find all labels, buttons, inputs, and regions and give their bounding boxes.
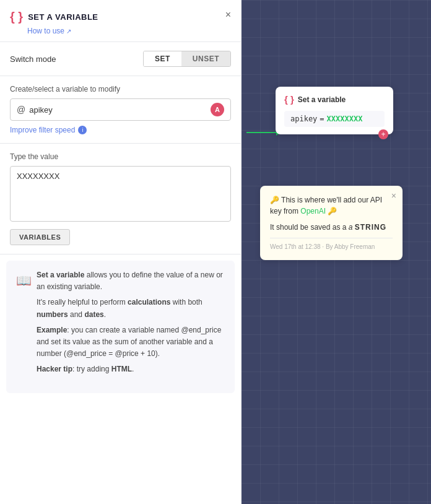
book-icon: 📖 xyxy=(16,271,32,290)
right-panel: { } Set a variable apikey = XXXXXXXX + +… xyxy=(242,0,431,504)
flow-card: { } Set a variable apikey = XXXXXXXX + + xyxy=(276,87,393,134)
unset-mode-button[interactable]: UNSET xyxy=(181,51,230,66)
tooltip-meta: Wed 17th at 12:38 · By Abby Freeman xyxy=(270,242,393,251)
create-label: Create/select a variable to modify xyxy=(10,85,231,93)
external-link-icon: ↗ xyxy=(66,28,71,35)
switch-mode-label: Switch mode xyxy=(10,54,56,64)
variable-name-input[interactable] xyxy=(29,105,211,115)
flow-card-content: apikey = XXXXXXXX xyxy=(284,111,385,127)
help-para-4: Hacker tip: try adding HTML. xyxy=(37,363,225,375)
tooltip-card: × 🔑 This is where we'll add our API key … xyxy=(260,186,403,260)
flow-equals: = xyxy=(320,115,324,123)
variable-input-row: @ A xyxy=(10,98,231,121)
panel-header: { } SET A VARIABLE How to use ↗ × xyxy=(0,0,241,42)
at-symbol: @ xyxy=(17,105,25,115)
title-row: { } SET A VARIABLE xyxy=(10,10,231,24)
improve-filter-link[interactable]: Improve filter speed i xyxy=(10,126,231,134)
openai-link[interactable]: OpenAI xyxy=(300,207,326,215)
flow-var-value: XXXXXXXX xyxy=(327,115,363,123)
set-mode-button[interactable]: SET xyxy=(144,51,181,66)
tooltip-close-button[interactable]: × xyxy=(391,191,396,201)
flow-card-icon: { } xyxy=(284,94,294,105)
tooltip-body: 🔑 This is where we'll add our API key fr… xyxy=(270,194,393,233)
help-para-2: It's really helpful to perform calculati… xyxy=(37,297,225,320)
variable-section: Create/select a variable to modify @ A I… xyxy=(0,76,241,144)
mode-toggle: SET UNSET xyxy=(143,51,231,67)
switch-mode-section: Switch mode SET UNSET xyxy=(0,42,241,76)
flow-card-title: Set a variable xyxy=(298,95,346,104)
tooltip-line1: 🔑 This is where we'll add our API key fr… xyxy=(270,194,393,217)
add-connection-bottom-button[interactable]: + xyxy=(378,129,388,139)
info-icon: i xyxy=(78,126,87,134)
set-variable-icon: { } xyxy=(10,10,23,24)
flow-var-name: apikey xyxy=(290,115,317,123)
how-to-use-link[interactable]: How to use ↗ xyxy=(27,27,231,35)
flow-card-header: { } Set a variable xyxy=(284,94,385,105)
panel-title: SET A VARIABLE xyxy=(28,12,98,22)
tooltip-line2: It should be saved as a a STRING xyxy=(270,222,393,233)
switch-mode-row: Switch mode SET UNSET xyxy=(10,51,231,67)
value-label: Type the value xyxy=(10,152,231,161)
tooltip-divider xyxy=(270,238,393,238)
arrow-connector xyxy=(246,132,277,133)
help-icon-row: 📖 Set a variable allows you to define th… xyxy=(16,269,225,380)
close-button[interactable]: × xyxy=(223,9,233,21)
value-section: Type the value XXXXXXXX VARIABLES xyxy=(0,144,241,254)
variables-button[interactable]: VARIABLES xyxy=(10,229,70,245)
help-para-3: Example: you can create a variable named… xyxy=(37,324,225,360)
user-avatar: A xyxy=(211,103,224,116)
connector-line xyxy=(246,132,277,133)
value-textarea[interactable]: XXXXXXXX xyxy=(10,166,231,222)
help-section: 📖 Set a variable allows you to define th… xyxy=(6,261,235,393)
help-para-1: Set a variable allows you to define the … xyxy=(37,269,225,293)
left-panel: { } SET A VARIABLE How to use ↗ × Switch… xyxy=(0,0,242,504)
help-text: Set a variable allows you to define the … xyxy=(37,269,225,380)
